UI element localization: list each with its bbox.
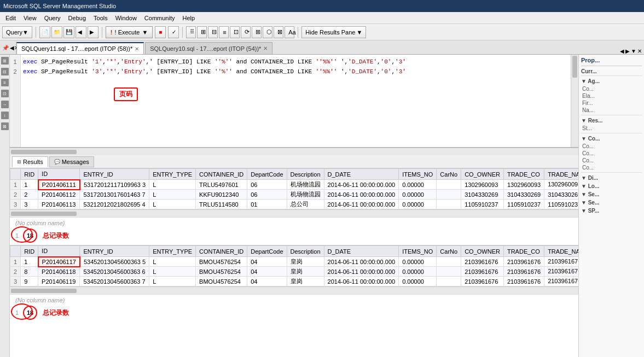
- editor-hscroll-thumb[interactable]: [11, 150, 77, 154]
- grid2-row-3[interactable]: 3 9 P201406119 53452013045600363 7 L BMO…: [10, 277, 579, 286]
- left-icon-3[interactable]: ≡: [1, 79, 9, 86]
- grid1-col-co-owner[interactable]: CO_OWNER: [461, 169, 504, 180]
- left-icon-7[interactable]: ⊠: [1, 122, 9, 130]
- query-dropdown-arrow[interactable]: ▼: [22, 29, 28, 36]
- grid2-hscroll-thumb[interactable]: [11, 289, 77, 293]
- tab-messages[interactable]: 💬 Messages: [49, 156, 94, 167]
- results-area[interactable]: RID ID ENTRY_ID ENTRY_TYPE CONTAINER_ID …: [10, 168, 578, 357]
- grid2-col-container-id[interactable]: CONTAINER_ID: [196, 246, 247, 257]
- tab-sqlquery11-close[interactable]: ✕: [135, 46, 139, 52]
- editor-hscrollbar[interactable]: [10, 148, 578, 155]
- grid1-col-trade-co[interactable]: TRADE_CO: [503, 169, 544, 180]
- editor-vscrollbar[interactable]: [571, 55, 578, 147]
- back-btn[interactable]: ◀: [76, 26, 86, 38]
- icon-btn-2[interactable]: ⊞: [197, 26, 207, 38]
- open-btn[interactable]: 📁: [51, 26, 62, 38]
- right-panel-ela[interactable]: Ela...: [581, 92, 642, 100]
- menu-view[interactable]: View: [20, 14, 40, 22]
- stop-btn[interactable]: ■: [155, 26, 166, 38]
- left-icon-4[interactable]: ⊡: [1, 90, 9, 97]
- grid1-col-description[interactable]: Description: [287, 169, 324, 180]
- execute-button[interactable]: ! ! Execute ▼: [106, 26, 153, 38]
- new-query-btn[interactable]: 📄: [39, 26, 50, 38]
- menu-debug[interactable]: Debug: [65, 14, 89, 22]
- grid2-wrapper[interactable]: RID ID ENTRY_ID ENTRY_TYPE CONTAINER_ID …: [10, 245, 578, 286]
- grid2-col-co-owner[interactable]: CO_OWNER: [461, 246, 504, 257]
- tab-nav-arrow[interactable]: ◀: [620, 48, 624, 54]
- icon-btn-5[interactable]: ⊡: [230, 26, 240, 38]
- icon-btn-8[interactable]: ⬡: [263, 26, 272, 38]
- hide-results-btn[interactable]: Hide Results Pane ▼: [301, 26, 366, 38]
- grid1-col-d-date[interactable]: D_DATE: [324, 169, 399, 180]
- left-icon-6[interactable]: ↕: [1, 112, 9, 119]
- grid2-row-2[interactable]: 2 8 P201406118 53452013045600363 6 L BMO…: [10, 267, 579, 277]
- tab-results[interactable]: ⊞ Results: [12, 156, 48, 167]
- menu-help[interactable]: Help: [179, 14, 198, 22]
- menu-tools[interactable]: Tools: [90, 14, 111, 22]
- grid2-col-trade-co[interactable]: TRADE_CO: [503, 246, 544, 257]
- grid1-col-id[interactable]: ID: [38, 169, 80, 180]
- icon-btn-4[interactable]: ≡: [219, 26, 229, 38]
- right-panel-co2-2[interactable]: Co...: [581, 150, 642, 157]
- icon-btn-1[interactable]: ⠿: [186, 26, 196, 38]
- icon-btn-10[interactable]: Aa: [285, 26, 294, 38]
- grid1-col-rid[interactable]: RID: [21, 169, 38, 180]
- query-dropdown[interactable]: Query ▼: [2, 26, 32, 38]
- grid2-col-id[interactable]: ID: [38, 246, 80, 257]
- grid2-col-trade-name[interactable]: TRADE_NAME: [544, 246, 578, 257]
- tab-close-all[interactable]: ✕: [637, 48, 642, 54]
- left-icon-2[interactable]: ⊟: [1, 68, 9, 75]
- right-panel-co[interactable]: Co...: [581, 85, 642, 92]
- menu-community[interactable]: Community: [141, 14, 178, 22]
- grid2-hscrollbar[interactable]: [10, 286, 578, 294]
- grid2-col-entry-id[interactable]: ENTRY_ID: [80, 246, 149, 257]
- editor-vscroll-thumb[interactable]: [572, 56, 577, 78]
- left-icon-1[interactable]: ⊞: [1, 57, 9, 65]
- right-panel-na[interactable]: Na...: [581, 107, 642, 114]
- tab-sqlquery10[interactable]: SQLQuery10.sql - 17....eport (ITOP (54))…: [145, 42, 272, 54]
- right-panel-co2-3[interactable]: Co...: [581, 157, 642, 164]
- menu-edit[interactable]: Edit: [2, 14, 19, 22]
- icon-btn-7[interactable]: ⊞: [252, 26, 262, 38]
- execute-dropdown[interactable]: ▼: [142, 29, 148, 36]
- right-panel-st[interactable]: St...: [581, 125, 642, 132]
- grid1-col-carno[interactable]: CarNo: [437, 169, 461, 180]
- right-panel-co2-1[interactable]: Co...: [581, 143, 642, 150]
- tab-sqlquery11[interactable]: SQLQuery11.sql - 17....eport (ITOP (58))…: [16, 42, 144, 54]
- grid2-col-carno[interactable]: CarNo: [437, 246, 461, 257]
- grid1-col-entry-id[interactable]: ENTRY_ID: [80, 169, 149, 180]
- grid2-col-entry-type[interactable]: ENTRY_TYPE: [149, 246, 196, 257]
- grid1-col-container-id[interactable]: CONTAINER_ID: [196, 169, 247, 180]
- code-content[interactable]: exec SP_PageResult '1','*','Entry',' [EN…: [21, 55, 578, 147]
- menu-window[interactable]: Window: [112, 14, 140, 22]
- grid2-col-depart-code[interactable]: DepartCode: [247, 246, 287, 257]
- icon-btn-9[interactable]: ⊠: [274, 26, 283, 38]
- code-editor[interactable]: 1 2 exec SP_PageResult '1','*','Entry','…: [10, 55, 578, 148]
- grid1-hscroll-thumb[interactable]: [11, 212, 77, 216]
- grid1-hscrollbar[interactable]: [10, 209, 578, 217]
- left-icon-5[interactable]: ↔: [1, 101, 9, 108]
- grid1-row-3[interactable]: 3 3 P201406113 53212012021802695 4 L TRL…: [10, 200, 579, 209]
- right-panel-fir[interactable]: Fir...: [581, 100, 642, 107]
- grid1-col-items-no[interactable]: ITEMS_NO: [399, 169, 437, 180]
- grid2-col-d-date[interactable]: D_DATE: [324, 246, 399, 257]
- save-btn[interactable]: 💾: [63, 26, 74, 38]
- right-panel-co2-4[interactable]: Co...: [581, 164, 642, 171]
- grid1-col-entry-type[interactable]: ENTRY_TYPE: [149, 169, 196, 180]
- grid1-col-depart-code[interactable]: DepartCode: [247, 169, 287, 180]
- grid2-col-items-no[interactable]: ITEMS_NO: [399, 246, 437, 257]
- tab-sqlquery10-close[interactable]: ✕: [263, 45, 268, 51]
- fwd-btn[interactable]: ▶: [88, 26, 98, 38]
- grid1-row-1[interactable]: 1 1 P201406111 53172012117109963 3 L TRL…: [10, 180, 579, 190]
- grid2-row-1[interactable]: 1 1 P201406117 53452013045600363 5 L BMO…: [10, 257, 579, 267]
- icon-btn-3[interactable]: ⊟: [208, 26, 218, 38]
- tab-nav-arrow-right[interactable]: ▶: [625, 48, 630, 54]
- tab-nav-left[interactable]: ◀: [10, 45, 14, 51]
- grid2-col-description[interactable]: Description: [287, 246, 324, 257]
- grid1-col-trade-name[interactable]: TRADE_NAME: [544, 169, 578, 180]
- grid2-col-rid[interactable]: RID: [21, 246, 38, 257]
- grid1-wrapper[interactable]: RID ID ENTRY_ID ENTRY_TYPE CONTAINER_ID …: [10, 168, 578, 209]
- tab-dropdown[interactable]: ▼: [631, 48, 636, 54]
- menu-query[interactable]: Query: [41, 14, 64, 22]
- grid1-row-2[interactable]: 2 2 P201406112 53172013017601463 7 L KKF…: [10, 190, 579, 200]
